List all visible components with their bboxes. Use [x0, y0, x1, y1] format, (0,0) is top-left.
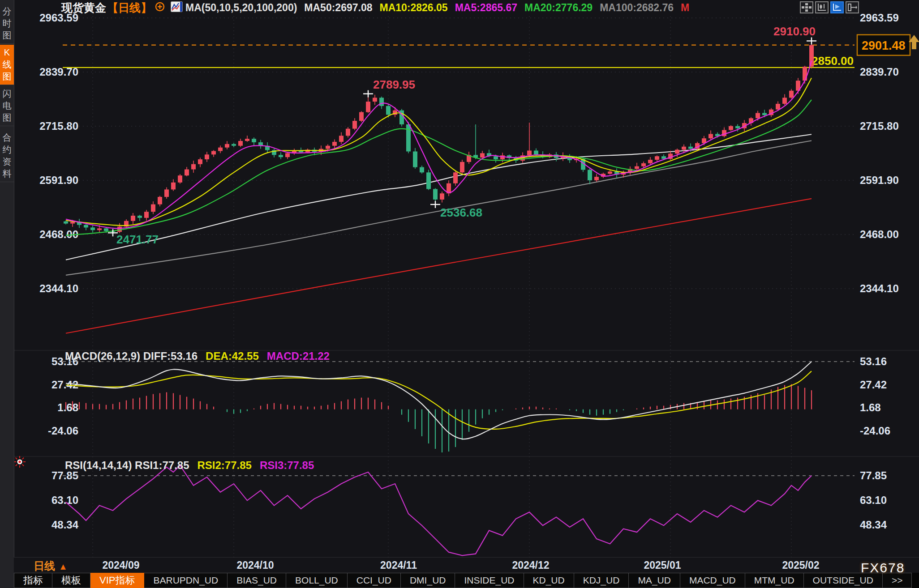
ma-line-MA20 [66, 100, 812, 235]
svg-text:48.34: 48.34 [860, 519, 887, 531]
svg-text:2468.00: 2468.00 [39, 228, 78, 240]
panel-toggle-icon[interactable] [846, 1, 859, 13]
indicator-tab-kdud[interactable]: KD_UD [524, 573, 574, 588]
indicator-tab-vip[interactable]: VIP指标 [90, 573, 144, 588]
triangle-up-icon: ▲ [59, 562, 68, 572]
ma-line-MA50 [66, 134, 812, 260]
chart-canvas[interactable]: 2963.592963.592839.702839.702715.802715.… [0, 0, 919, 573]
svg-text:1.68: 1.68 [57, 401, 78, 413]
rsi-indicator-readout: RSI(14,14,14) RSI1:77.85RSI2:77.85RSI3:7… [65, 459, 322, 472]
svg-text:2344.10: 2344.10 [860, 282, 899, 294]
dea-line [66, 371, 812, 429]
macd-indicator-readout: MACD(26,12,9) DIFF:53.16DEA:42.55MACD:21… [65, 350, 338, 362]
trading-terminal: 2963.592963.592839.702839.702715.802715.… [0, 0, 919, 588]
chart-header: 现货黄金 【日线】 MA(50,10,5,20,100,200)MA50:269… [61, 0, 696, 15]
indicator-tab-bar: 指标模板VIP指标BARUPDN_UDBIAS_UDBOLL_UDCCI_UDD… [14, 573, 919, 588]
indicator-tab-cciud[interactable]: CCI_UD [348, 573, 401, 588]
symbol-title: 现货黄金 [61, 0, 106, 15]
ma-line-MA5 [66, 61, 812, 229]
sidebar-tab-time-chart[interactable]: 分时图 [0, 4, 14, 44]
ma-readout-item: M [681, 2, 689, 13]
svg-text:2471.77: 2471.77 [116, 233, 159, 246]
svg-text:-24.06: -24.06 [860, 425, 890, 437]
date-label: 2024/09 [102, 559, 139, 571]
sidebar-tab-lightning-chart[interactable]: 闪电图 [0, 86, 14, 126]
sidebar-tab-contract-info[interactable]: 合约资料 [0, 130, 14, 182]
date-label: 2024/12 [512, 559, 549, 571]
chart-toolbar [800, 1, 859, 13]
svg-text:2715.80: 2715.80 [39, 120, 78, 132]
indicator-readout-item: RSI(14,14,14) RSI1:77.85 [65, 459, 189, 471]
indicator-tab-barupdnud[interactable]: BARUPDN_UD [144, 573, 228, 588]
svg-text:2715.80: 2715.80 [860, 120, 899, 132]
svg-text:2963.59: 2963.59 [860, 12, 899, 24]
period-selector[interactable]: 日线▲ [34, 559, 68, 573]
svg-text:2839.70: 2839.70 [860, 66, 899, 78]
indicator-tab-maud[interactable]: MA_UD [629, 573, 680, 588]
ma-readout-item: MA20:2776.29 [524, 2, 593, 13]
indicator-tab-insideud[interactable]: INSIDE_UD [455, 573, 524, 588]
indicator-tab-[interactable]: 指标 [14, 573, 52, 588]
watermark: FX678 [861, 560, 905, 575]
svg-text:2591.90: 2591.90 [39, 174, 78, 186]
svg-text:2789.95: 2789.95 [373, 78, 415, 91]
indicator-readout-item: RSI2:77.85 [198, 459, 252, 471]
ma-readout-item: MA5:2865.67 [455, 2, 517, 13]
indicator-tab-macdud[interactable]: MACD_UD [680, 573, 745, 588]
date-label: 2024/11 [380, 559, 417, 571]
alert-pulse-icon [14, 456, 26, 468]
ma-readout-item: MA100:2682.76 [600, 2, 674, 13]
indicator-tab-kdjud[interactable]: KDJ_UD [574, 573, 629, 588]
date-label: 2025/01 [644, 559, 681, 571]
macd-histogram [66, 384, 812, 453]
rsi-line [66, 465, 812, 555]
time-axis-row: 日线▲ 2024/092024/102024/112024/122025/012… [14, 557, 919, 573]
sidebar-tab-kline-chart[interactable]: K线图 [0, 45, 14, 85]
svg-text:48.34: 48.34 [52, 519, 79, 531]
ma-line-MA200 [66, 199, 812, 333]
svg-text:27.42: 27.42 [860, 379, 887, 391]
date-label: 2025/02 [782, 559, 819, 571]
svg-text:2850.00: 2850.00 [812, 54, 854, 68]
axis-candle-icon[interactable] [815, 1, 829, 13]
move-cross-icon[interactable] [800, 1, 813, 13]
current-price-box: 2901.48 [857, 35, 910, 55]
diff-line [66, 362, 812, 439]
ma-indicator-readout: MA(50,10,5,20,100,200)MA50:2697.08MA10:2… [185, 2, 696, 14]
ma-readout-item: MA10:2826.05 [379, 2, 447, 13]
indicator-tab-biasud[interactable]: BIAS_UD [228, 573, 286, 588]
sidebar: 分时图K线图闪电图合约资料 [0, 0, 14, 588]
date-label: 2024/10 [236, 559, 274, 571]
ma-line-MA100 [66, 141, 812, 275]
svg-text:63.10: 63.10 [860, 494, 887, 506]
period-tag: 【日线】 [107, 0, 152, 15]
circle-plus-icon[interactable] [155, 1, 165, 14]
indicator-tab-[interactable]: 模板 [52, 573, 90, 588]
svg-text:1.68: 1.68 [860, 401, 881, 413]
svg-text:2901.48: 2901.48 [862, 39, 906, 52]
svg-text:77.85: 77.85 [860, 469, 887, 481]
ma-line-MA10 [66, 78, 812, 226]
svg-text:53.16: 53.16 [860, 355, 887, 367]
svg-text:2536.68: 2536.68 [440, 206, 482, 219]
mini-chart-icon[interactable] [171, 1, 183, 14]
indicator-readout-item: MACD:21.22 [267, 350, 330, 362]
ma-readout-item: MA50:2697.08 [304, 2, 372, 13]
indicator-tab-bollud[interactable]: BOLL_UD [286, 573, 348, 588]
indicator-tab-dmiud[interactable]: DMI_UD [401, 573, 455, 588]
axis-play-icon[interactable] [830, 1, 844, 13]
svg-text:2468.00: 2468.00 [860, 228, 899, 240]
svg-text:2910.90: 2910.90 [773, 25, 816, 38]
svg-text:2344.10: 2344.10 [39, 282, 78, 294]
svg-text:-24.06: -24.06 [48, 425, 78, 437]
indicator-readout-item: MACD(26,12,9) DIFF:53.16 [65, 350, 198, 362]
svg-text:63.10: 63.10 [52, 494, 78, 506]
indicator-readout-item: RSI3:77.85 [260, 459, 314, 471]
period-selector-label: 日线 [34, 560, 55, 572]
indicator-readout-item: DEA:42.55 [206, 350, 259, 362]
ma-readout-item: MA(50,10,5,20,100,200) [185, 2, 297, 13]
indicator-tab-mtmud[interactable]: MTM_UD [745, 573, 804, 588]
svg-text:2591.90: 2591.90 [860, 174, 899, 186]
